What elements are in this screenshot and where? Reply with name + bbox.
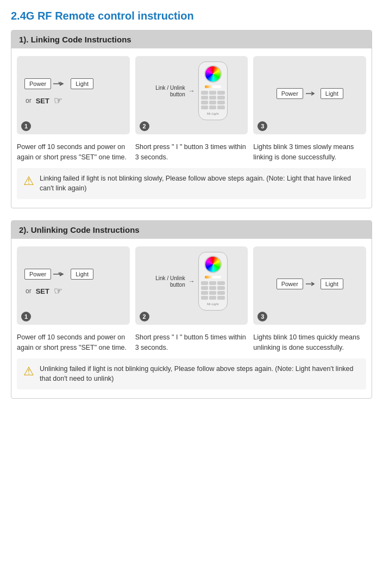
unlinking-step2-desc: Short press " I " button 5 times within … <box>135 332 248 353</box>
remote-btn <box>201 96 208 100</box>
unlinking-step1-desc: Power off 10 seconds and power on again … <box>17 332 130 353</box>
section-unlinking-header: 2). Unlinking Code Instructions <box>11 221 372 239</box>
section-linking-body: Power Light or SET <box>11 48 372 208</box>
remote-buttons-grid-1 <box>201 91 225 109</box>
linking-power-light-row: Power Light <box>24 78 93 89</box>
unlinking-step2-diagram: Link / Unlink button → <box>140 252 244 320</box>
linking-or-set-row: or SET ☞ <box>26 95 62 107</box>
linking-step1-num: 1 <box>21 121 31 131</box>
remote-color-wheel-u <box>204 256 222 273</box>
unlinking-step3-box: Power Light 3 <box>253 246 366 325</box>
remote-color-wheel-1 <box>204 65 222 83</box>
unlinking-arrow-1 <box>53 270 68 278</box>
remote-btn <box>201 101 208 104</box>
page-title: 2.4G RF Remote control instruction <box>11 10 372 22</box>
hand-icon-u1: ☞ <box>54 285 62 297</box>
remote-btn-u <box>201 281 208 285</box>
remote-btn <box>209 101 216 104</box>
linking-step1-desc: Power off 10 seconds and power on again … <box>17 142 130 163</box>
remote-btn-u <box>201 291 208 295</box>
remote-arrow-1: → <box>189 87 195 95</box>
unlinking-step3-num: 3 <box>258 312 267 321</box>
linking-step3-desc: Lights blink 3 times slowly means linkin… <box>253 142 366 163</box>
linking-step1-box: Power Light or SET <box>17 56 130 134</box>
power-label-u3: Power <box>277 278 303 289</box>
remote-btn-u <box>201 286 208 290</box>
button-text: button <box>170 91 185 97</box>
remote-btn <box>209 96 216 100</box>
unlinking-step2-box: Link / Unlink button → <box>135 246 248 325</box>
remote-btn <box>217 106 224 109</box>
remote-btn-u <box>217 296 224 300</box>
section-unlinking: 2). Unlinking Code Instructions Power <box>11 220 372 399</box>
link-unlink-text-u: Link / Unlink <box>155 275 185 282</box>
or-text-1: or <box>26 97 32 104</box>
remote-brand-u: Mi-Light <box>207 302 218 306</box>
linking-step2-num: 2 <box>140 121 149 131</box>
warning-icon-1: ⚠ <box>23 174 34 188</box>
remote-body-1: Mi-Light <box>198 61 228 120</box>
section-linking: 1). Linking Code Instructions Power <box>11 30 372 208</box>
linking-step3-box: Power Light 3 <box>253 56 366 134</box>
unlinking-descs-row: Power off 10 seconds and power on again … <box>17 332 366 353</box>
unlinking-warning-box: ⚠ Unlinking failed if light is not blink… <box>17 358 366 390</box>
button-text-u: button <box>170 282 185 288</box>
linking-warning-box: ⚠ Linking failed if light is not blinkin… <box>17 168 366 200</box>
set-label-1: SET <box>36 97 49 105</box>
remote-btn <box>217 91 224 95</box>
power-label-3: Power <box>277 88 303 99</box>
light-label-u1: Light <box>71 269 93 280</box>
remote-btn <box>201 91 208 95</box>
linking-step3-diagram: Power Light <box>277 83 343 109</box>
remote-btn <box>217 101 224 104</box>
light-label-3: Light <box>321 88 343 99</box>
remote-btn-u <box>209 286 216 290</box>
section-unlinking-body: Power Light or SET ☞ <box>11 239 372 398</box>
linking-step3-num: 3 <box>258 121 267 131</box>
set-label-u1: SET <box>36 287 49 295</box>
remote-brand-1: Mi-Light <box>207 112 218 115</box>
remote-btn-u <box>209 281 216 285</box>
remote-btn-u <box>217 281 224 285</box>
unlinking-arrow-3 <box>306 280 318 288</box>
section-linking-header: 1). Linking Code Instructions <box>11 30 372 48</box>
linking-arrow-3 <box>306 90 318 97</box>
unlinking-step1-num: 1 <box>21 312 31 321</box>
unlinking-warning-text: Unlinking failed if light is not blinkin… <box>40 364 360 385</box>
link-unlink-label-u: Link / Unlink button <box>155 275 185 288</box>
remote-btn-u <box>209 296 216 300</box>
linking-steps-row: Power Light or SET <box>17 56 366 134</box>
linking-step1-diagram: Power Light or SET <box>21 75 125 116</box>
remote-buttons-grid-u <box>201 281 225 300</box>
remote-btn <box>209 91 216 95</box>
linking-warning-text: Linking failed if light is not blinking … <box>40 174 360 194</box>
light-label-1: Light <box>71 78 93 89</box>
unlinking-step2-num: 2 <box>140 312 149 321</box>
remote-btn-u <box>201 296 208 300</box>
unlinking-power-light-row: Power Light <box>24 269 93 280</box>
linking-step2-diagram: Link / Unlink button → <box>140 61 244 130</box>
remote-btn <box>201 106 208 109</box>
unlinking-steps-row: Power Light or SET ☞ <box>17 246 366 325</box>
unlinking-step1-box: Power Light or SET ☞ <box>17 246 130 325</box>
remote-btn-u <box>217 291 224 295</box>
remote-btn <box>209 106 216 109</box>
remote-arrow-u: → <box>189 277 195 285</box>
unlinking-or-set-row: or SET ☞ <box>26 285 62 297</box>
linking-arrow-1 <box>53 80 68 88</box>
remote-body-u: Mi-Light <box>198 252 228 311</box>
remote-btn <box>217 96 224 100</box>
linking-step2-desc: Short press " I " button 3 times within … <box>135 142 248 163</box>
power-label-u1: Power <box>24 269 51 280</box>
hand-icon-1: ☞ <box>54 95 62 107</box>
linking-descs-row: Power off 10 seconds and power on again … <box>17 142 366 163</box>
link-unlink-label: Link / Unlink button <box>155 84 185 97</box>
power-label-1: Power <box>24 78 51 89</box>
remote-color-bar-1 <box>205 85 221 88</box>
unlinking-step3-desc: Lights blink 10 times quickly means unli… <box>253 332 366 353</box>
light-label-u3: Light <box>321 278 343 289</box>
warning-icon-2: ⚠ <box>23 364 34 379</box>
remote-btn-u <box>209 291 216 295</box>
remote-btn-u <box>217 286 224 290</box>
or-text-u1: or <box>26 287 32 295</box>
